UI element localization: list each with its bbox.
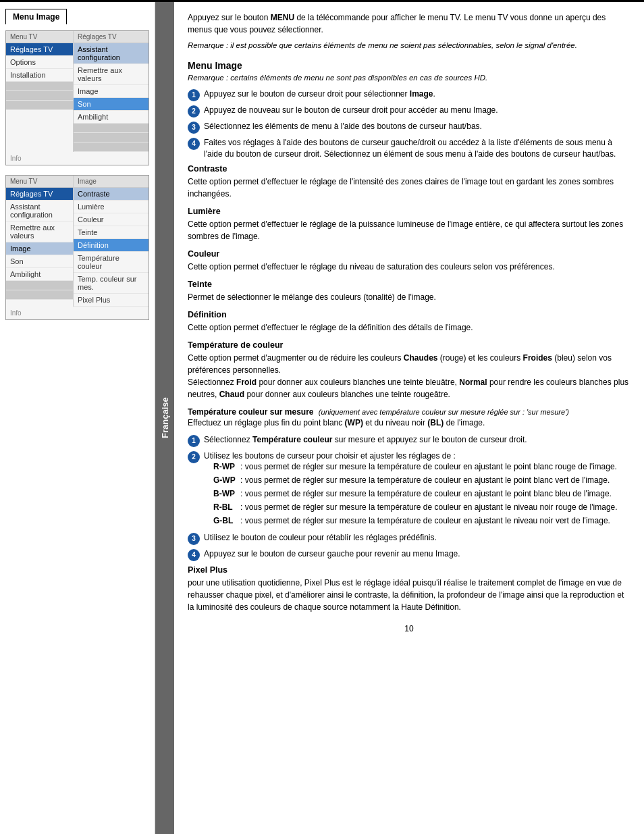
menu2-info: Info	[6, 307, 149, 319]
menu2-left-item-5[interactable]: Ambilight	[6, 268, 73, 281]
bullet-gwp: G-WP : vous permet de régler sur mesure …	[213, 475, 630, 486]
step-3: 3 Sélectionnez les éléments de menu à l'…	[188, 121, 630, 134]
menu-box-1: Menu TV Réglages TV Options Installation…	[5, 30, 149, 165]
section-note: Remarque : certains éléments de menu ne …	[188, 74, 630, 82]
subsection-contraste: Contraste Cette option permet d'effectue…	[188, 164, 630, 200]
menu1-right-item-2[interactable]: Image	[74, 85, 149, 98]
menu1-right-item-4[interactable]: Ambilight	[74, 111, 149, 124]
menu-image-tab: Menu Image	[5, 9, 149, 24]
menu2-right-item-7[interactable]: Pixel Plus	[74, 294, 149, 307]
bullet-rwp: R-WP : vous permet de régler sur mesure …	[213, 461, 630, 473]
subsection-teinte: Teinte Permet de sélectionner le mélange…	[188, 280, 630, 303]
menu2-right-item-3[interactable]: Teinte	[74, 226, 149, 239]
temp-step-4: 4 Appuyez sur le bouton de curseur gauch…	[188, 548, 630, 561]
menu2-right-item-2[interactable]: Couleur	[74, 213, 149, 226]
temp-step-2: 2 Utilisez les boutons de curseur pour c…	[188, 450, 630, 529]
section-title: Menu Image	[188, 60, 630, 71]
menu1-left-item-5	[6, 101, 73, 110]
menu2-right-item-1[interactable]: Lumière	[74, 201, 149, 213]
step-2: 2 Appuyez de nouveau sur le bouton de cu…	[188, 105, 630, 118]
menu2-left-item-1[interactable]: Assistant configuration	[6, 201, 73, 221]
menu-box-2: Menu TV Réglages TV Assistant configurat…	[5, 175, 149, 320]
menu2-right-item-6[interactable]: Temp. couleur sur mes.	[74, 273, 149, 294]
menu2-left-item-4[interactable]: Son	[6, 255, 73, 268]
menu1-info: Info	[6, 152, 149, 165]
menu2-left-item-3[interactable]: Image	[6, 242, 73, 255]
step-4: 4 Faites vos réglages à l'aide des bouto…	[188, 137, 630, 160]
menu2-left-item-2[interactable]: Remettre aux valeurs	[6, 221, 73, 242]
subsection-definition: Définition Cette option permet d'effectu…	[188, 310, 630, 334]
menu1-left-item-3	[6, 82, 73, 91]
menu1-right-item-3[interactable]: Son	[74, 98, 149, 111]
menu1-header-right: Réglages TV	[74, 31, 149, 43]
menu2-header-right: Image	[74, 176, 149, 188]
menu1-left-item-0[interactable]: Réglages TV	[6, 43, 73, 56]
temp-step-3: 3 Utilisez le bouton de couleur pour rét…	[188, 532, 630, 545]
menu2-left-item-6	[6, 281, 73, 290]
bullet-rbl: R-BL : vous permet de régler sur mesure …	[213, 502, 630, 513]
main-steps: 1 Appuyez sur le bouton de curseur droit…	[188, 88, 630, 160]
temp-steps: 1 Sélectionnez Température couleur sur m…	[188, 434, 630, 562]
menu2-left-item-0[interactable]: Réglages TV	[6, 188, 73, 201]
subsection-pixel-plus: Pixel Plus pour une utilisation quotidie…	[188, 565, 630, 613]
bullet-steps: R-WP : vous permet de régler sur mesure …	[213, 461, 630, 526]
menu1-left-item-4	[6, 91, 73, 101]
bullet-gbl: G-BL : vous permet de régler sur mesure …	[213, 515, 630, 527]
menu2-left-item-7	[6, 290, 73, 300]
intro-text: Appuyez sur le bouton MENU de la télécom…	[188, 11, 630, 36]
menu1-right-item-0[interactable]: Assistant configuration	[74, 43, 149, 64]
temp-section: Température couleur sur mesure (uniqueme…	[188, 407, 630, 429]
menu2-right-item-0[interactable]: Contraste	[74, 188, 149, 201]
bullet-bwp: B-WP : vous permet de régler sur mesure …	[213, 488, 630, 500]
page-number: 10	[188, 624, 630, 633]
menu1-left-item-2[interactable]: Installation	[6, 69, 73, 82]
menu1-right-item-6	[74, 133, 149, 142]
menu2-header-left: Menu TV	[6, 176, 73, 188]
intro-note: Remarque : il est possible que certains …	[188, 40, 630, 51]
subsection-lumiere: Lumière Cette option permet d'effectuer …	[188, 207, 630, 242]
menu1-right-item-1[interactable]: Remettre aux valeurs	[74, 64, 149, 85]
menu2-right-item-4[interactable]: Définition	[74, 239, 149, 252]
menu1-right-item-7	[74, 142, 149, 152]
sidebar-language-label: Française	[155, 2, 174, 834]
menu1-header-left: Menu TV	[6, 31, 73, 43]
step-1: 1 Appuyez sur le bouton de curseur droit…	[188, 88, 630, 101]
menu1-right-item-5	[74, 124, 149, 133]
menu2-right-item-5[interactable]: Température couleur	[74, 252, 149, 273]
subsection-couleur: Couleur Cette option permet d'effectuer …	[188, 249, 630, 273]
temp-step-1: 1 Sélectionnez Température couleur sur m…	[188, 434, 630, 447]
subsection-temperature-couleur: Température de couleur Cette option perm…	[188, 340, 630, 400]
menu1-left-item-1[interactable]: Options	[6, 56, 73, 69]
